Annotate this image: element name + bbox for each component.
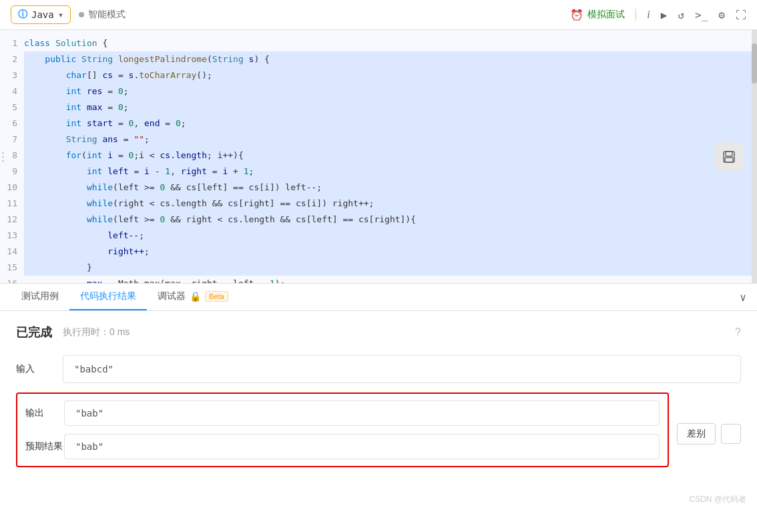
kw-while-11: while bbox=[87, 196, 113, 212]
italic-icon[interactable]: i bbox=[647, 9, 650, 21]
undo-icon[interactable]: ↺ bbox=[678, 9, 684, 21]
scrollbar-thumb[interactable] bbox=[752, 43, 757, 83]
language-label: Java bbox=[31, 9, 54, 20]
var-cs: cs bbox=[102, 67, 113, 83]
toolbar: ⓘ Java ▾ 智能模式 ⏰ 模拟面试 i ▶ ↺ >_ ⚙ ⛶ bbox=[0, 0, 757, 30]
line-num-6: 6 bbox=[7, 115, 17, 131]
code-line-12: while(left >= 0 && right < cs.length && … bbox=[24, 212, 757, 228]
code-content[interactable]: class Solution { public String longestPa… bbox=[24, 30, 757, 283]
status-label: 已完成 bbox=[16, 324, 52, 340]
exec-time-label: 执行用时： bbox=[63, 326, 109, 337]
code-line-11: while(right < cs.length && cs[right] == … bbox=[24, 196, 757, 212]
num-0-5: 0 bbox=[118, 99, 123, 115]
expected-row: 预期结果 "bab" bbox=[25, 430, 660, 463]
lock-icon: 🔒 bbox=[190, 291, 201, 302]
indicator-dot bbox=[2, 152, 4, 154]
output-value: "bab" bbox=[64, 401, 660, 426]
settings-icon[interactable]: ⚙ bbox=[718, 9, 725, 21]
kw-char: char bbox=[66, 67, 87, 83]
line-num-11: 11 bbox=[7, 196, 17, 212]
code-line-4: int res = 0; bbox=[24, 83, 757, 99]
line-num-13: 13 bbox=[7, 228, 17, 244]
var-left: left bbox=[107, 164, 128, 180]
diff-button[interactable]: 差别 bbox=[677, 423, 716, 445]
code-line-2: public String longestPalindrome(String s… bbox=[24, 51, 757, 67]
input-label: 输入 bbox=[16, 354, 63, 384]
alarm-icon: ⏰ bbox=[570, 9, 583, 21]
toolbar-divider bbox=[636, 9, 636, 21]
kw-while-12: while bbox=[87, 212, 113, 228]
indicator-dot bbox=[2, 160, 4, 162]
code-line-15: } bbox=[24, 260, 757, 276]
var-right-inc: right++ bbox=[107, 244, 144, 260]
svg-rect-1 bbox=[726, 152, 732, 156]
collapse-button[interactable]: ∨ bbox=[740, 291, 746, 304]
num-0-6a: 0 bbox=[129, 115, 134, 131]
var-max: max bbox=[87, 99, 102, 115]
kw-for: for bbox=[66, 148, 81, 164]
num-0-12: 0 bbox=[160, 212, 166, 228]
line-num-14: 14 bbox=[7, 244, 17, 260]
line-num-7: 7 bbox=[7, 131, 17, 148]
line-num-12: 12 bbox=[7, 212, 17, 228]
tab-code-result[interactable]: 代码执行结果 bbox=[69, 284, 147, 310]
tab-test-cases[interactable]: 测试用例 bbox=[11, 284, 69, 310]
diff-area: 差别 bbox=[677, 392, 741, 475]
var-s: s bbox=[249, 51, 254, 67]
tab-debugger[interactable]: 调试器 🔒 Beta bbox=[147, 284, 239, 310]
input-row: 输入 "babcd" bbox=[16, 351, 741, 387]
run-icon[interactable]: ▶ bbox=[661, 9, 668, 21]
toolbar-right: ⏰ 模拟面试 i ▶ ↺ >_ ⚙ ⛶ bbox=[570, 9, 746, 21]
num-1-16: 1 bbox=[270, 276, 275, 283]
var-max-16: max bbox=[87, 276, 102, 283]
num-0-6b: 0 bbox=[176, 115, 181, 131]
toolbar-left: ⓘ Java ▾ 智能模式 bbox=[11, 5, 125, 24]
result-area: 已完成 执行用时：0 ms ? 输入 "babcd" 输出 "bab" 预期结果… bbox=[0, 311, 757, 489]
code-line-10: while(left >= 0 && cs[left] == cs[i]) le… bbox=[24, 180, 757, 196]
simulate-label: 模拟面试 bbox=[587, 9, 625, 21]
close-brace-15: } bbox=[87, 260, 92, 276]
type-string: String bbox=[81, 51, 113, 67]
tabs-left: 测试用例 代码执行结果 调试器 🔒 Beta bbox=[11, 284, 239, 310]
str-empty: "" bbox=[134, 131, 144, 148]
output-section: 输出 "bab" 预期结果 "bab" bbox=[16, 392, 669, 467]
code-line-8: for(int i = 0;i < cs.length; i++){ bbox=[24, 148, 757, 164]
mode-dot bbox=[79, 12, 84, 17]
line-num-9: 9 bbox=[7, 164, 17, 180]
method-longest: longestPalindrome bbox=[118, 51, 207, 67]
debugger-label: 调试器 bbox=[158, 290, 186, 302]
help-icon[interactable]: ? bbox=[735, 326, 741, 338]
code-editor: 1 2 3 4 5 6 7 8 9 10 11 12 13 14 15 16 c… bbox=[0, 30, 757, 284]
line-num-3: 3 bbox=[7, 67, 17, 83]
code-line-14: right++; bbox=[24, 244, 757, 260]
line-num-2: 2 bbox=[7, 51, 17, 67]
line-num-16: 16 bbox=[7, 276, 17, 284]
code-line-3: char[] cs = s.toCharArray(); bbox=[24, 67, 757, 83]
watermark: CSDN @代码者 bbox=[0, 489, 757, 511]
scrollbar[interactable] bbox=[752, 30, 757, 283]
info-icon: ⓘ bbox=[18, 9, 27, 21]
result-header: 已完成 执行用时：0 ms ? bbox=[16, 324, 741, 340]
type-string2: String bbox=[212, 51, 244, 67]
line-num-15: 15 bbox=[7, 260, 17, 276]
beta-badge: Beta bbox=[205, 291, 228, 302]
line-num-10: 10 bbox=[7, 180, 17, 196]
code-line-9: int left = i - 1, right = i + 1; bbox=[24, 164, 757, 180]
method-tochar: toCharArray bbox=[139, 67, 196, 83]
smart-mode-toggle[interactable]: 智能模式 bbox=[79, 9, 125, 21]
var-right: right bbox=[181, 164, 207, 180]
var-res: res bbox=[87, 83, 102, 99]
language-selector[interactable]: ⓘ Java ▾ bbox=[11, 5, 71, 24]
output-label: 输出 bbox=[25, 401, 64, 426]
kw-public: public bbox=[45, 51, 76, 67]
type-string-7: String bbox=[66, 131, 97, 148]
kw-int-9: int bbox=[87, 164, 102, 180]
kw-int-5: int bbox=[66, 99, 81, 115]
save-button[interactable] bbox=[714, 142, 744, 172]
side-indicator[interactable] bbox=[0, 149, 6, 164]
var-i: i bbox=[107, 148, 113, 164]
expand-icon[interactable]: ⛶ bbox=[736, 9, 746, 21]
simulate-btn[interactable]: ⏰ 模拟面试 bbox=[570, 9, 625, 21]
terminal-icon[interactable]: >_ bbox=[695, 9, 708, 21]
num-1-9b: 1 bbox=[244, 164, 249, 180]
